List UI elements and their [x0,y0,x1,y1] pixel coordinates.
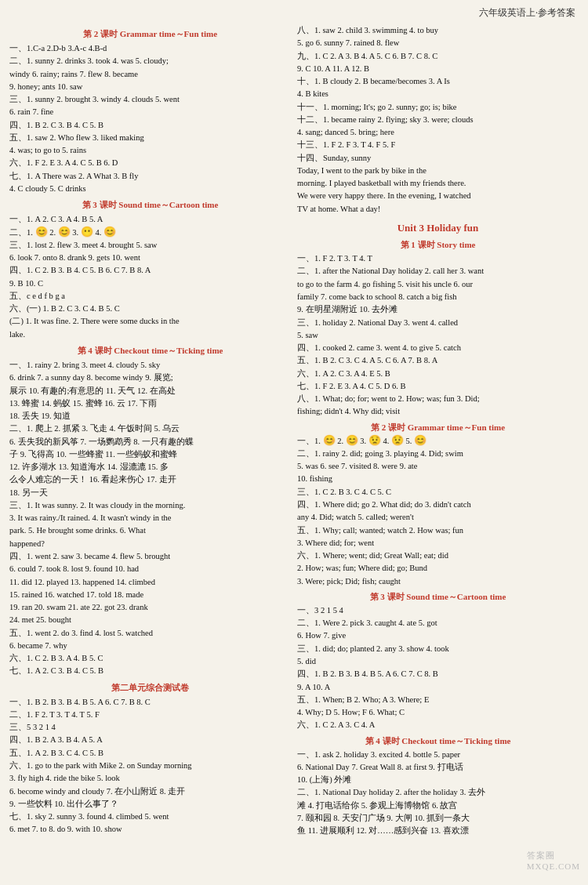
rt-r13: 十三、1. F 2. F 3. T 4. F 5. F [297,139,579,151]
u2t-r6b: 3. fly high 4. ride the bike 5. look [9,772,291,785]
u3l2-r5: 五、1. Why; call; wanted; watch 2. How was… [297,524,579,537]
u3l3-r3b: 5. did [297,655,579,668]
u3l4-r1c: 10. (上海) 外滩 [297,774,579,786]
l4l-r7: 七、1. A 2. C 3. B 4. C 5. B [9,665,291,677]
u3l1-r8: 八、1. What; do; for; went to 2. How; was;… [297,393,579,405]
u3l2-r1: 一、1. 😊 2. 😊 3. 😟 4. 😟 5. 😊 [297,435,579,448]
u3-lesson1-title: 第 1 课时 Story time [297,238,579,252]
l3l-row3b: 6. look 7. onto 8. drank 9. gets 10. wen… [9,252,291,264]
l2-row5: 五、1. saw 2. Who flew 3. liked making [9,132,291,144]
l3l-row6c: lake. [9,328,291,341]
u3l3-r2: 二、1. Were 2. pick 3. caught 4. ate 5. go… [297,617,579,629]
l4l-r2: 二、1. 爬上 2. 抓紧 3. 飞走 4. 午饭时间 5. 乌云 [9,423,291,435]
l4l-r1e: 18. 丢失 19. 知道 [9,410,291,423]
u3l4-r1b: 6. National Day 7. Great Wall 8. at firs… [297,761,579,774]
u2t-r4: 四、1. B 2. A 3. B 4. A 5. A [9,734,291,746]
l4l-r1b: 6. drink 7. a sunny day 8. become windy … [9,372,291,384]
l3l-row1: 一、1. A 2. C 3. A 4. B 5. A [9,213,291,226]
u3l1-r4: 四、1. cooked 2. came 3. went 4. to give 5… [297,342,579,354]
l4l-r4e: 19. ran 20. swam 21. ate 22. got 23. dra… [9,601,291,614]
page-header: 六年级英语上·参考答案 [9,6,579,20]
l3l-row3: 三、1. lost 2. flew 3. meet 4. brought 5. … [9,239,291,252]
rt-r10b: 4. B kites [297,88,579,100]
l4l-r2e: 么令人难忘的一天！ 16. 看起来伤心 17. 走开 [9,473,291,486]
u3-lesson2-title: 第 2 课时 Grammar time～Fun time [297,421,579,434]
u3l1-r3b: 5. saw [297,329,579,342]
l3l-row6: 六、(一) 1. B 2. C 3. C 4. B 5. C [9,303,291,315]
u3l2-r6c: 3. Were; pick; Did; fish; caught [297,575,579,588]
u3l4-r2: 二、1. National Day holiday 2. after the h… [297,786,579,799]
u3l3-r6: 六、1. C 2. A 3. C 4. A [297,719,579,731]
l4l-r4f: 24. met 25. bought [9,614,291,626]
l4l-r4b: 6. could 7. took 8. lost 9. found 10. ha… [9,563,291,575]
u3l2-r6b: 2. How; was; fun; Where did; go; Bund [297,562,579,575]
u3l1-r3: 三、1. holiday 2. National Day 3. went 4. … [297,317,579,329]
u3l1-r2: 二、1. after the National Day holiday 2. c… [297,265,579,277]
u3l3-r3: 三、1. did; do; planted 2. any 3. show 4. … [297,643,579,655]
u3l3-r4b: 9. A 10. A [297,681,579,694]
l4l-r6: 六、1. C 2. B 3. A 4. B 5. C [9,652,291,665]
l2-row2: 二、1. sunny 2. drinks 3. took 4. was 5. c… [9,55,291,67]
u3-lesson1-content: 一、1. F 2. T 3. T 4. T 二、1. after the Nat… [297,252,579,418]
page: 六年级英语上·参考答案 第 2 课时 Grammar time～Fun time… [0,0,588,885]
u2t-r6: 六、1. go to the park with Mike 2. on Sund… [9,760,291,772]
l3l-row4: 四、1. C 2. B 3. B 4. C 5. B 6. C 7. B 8. … [9,264,291,277]
u3l1-r1: 一、1. F 2. T 3. T 4. T [297,252,579,265]
l2-row3: 三、1. sunny 2. brought 3. windy 4. clouds… [9,93,291,106]
l4l-r3d: happened? [9,538,291,550]
left-column: 第 2 课时 Grammar time～Fun time 一、1.C-a 2.D… [9,24,291,839]
u2t-r3: 三、5 3 2 1 4 [9,721,291,734]
u2t-r5: 五、1. A 2. B 3. C 4. C 5. B [9,747,291,760]
l4l-r5b: 6. became 7. why [9,640,291,652]
lesson3-left-content: 一、1. A 2. C 3. A 4. B 5. A 二、1. 😊 2. 😊 3… [9,213,291,341]
l2-row4: 四、1. B 2. C 3. B 4. C 5. B [9,119,291,132]
u3l3-r5: 五、1. When; B 2. Who; A 3. Where; E [297,694,579,706]
rt-r8: 八、1. saw 2. child 3. swimming 4. to buy [297,24,579,37]
lesson3-left-title: 第 3 课时 Sound time～Cartoon time [9,198,291,212]
l4l-r3: 三、1. It was sunny. 2. It was cloudy in t… [9,499,291,512]
u3-lesson2-content: 一、1. 😊 2. 😊 3. 😟 4. 😟 5. 😊 二、1. rainy 2.… [297,435,579,588]
u3l2-r2b: 5. was 6. see 7. visited 8. were 9. ate [297,460,579,473]
lesson4-left-title: 第 4 课时 Checkout time～Ticking time [9,344,291,357]
main-content: 第 2 课时 Grammar time～Fun time 一、1.C-a 2.D… [9,24,579,839]
l2-row5b: 4. was; to go to 5. rains [9,144,291,157]
l4l-r2f: 18. 另一天 [9,487,291,499]
rt-r14: 十四、Sunday, sunny [297,152,579,165]
u3l2-r4b: any 4. Did; watch 5. called; weren't [297,511,579,524]
l2-row3b: 6. rain 7. fine [9,106,291,118]
rt-r9: 九、1. C 2. A 3. B 4. A 5. C 6. B 7. C 8. … [297,50,579,63]
rt-r14d: We were very happy there. In the evening… [297,190,579,202]
u3l4-r2b: 滩 4. 打电话给你 5. 参观上海博物馆 6. 故宫 [297,800,579,812]
u3-lesson4-content: 一、1. ask 2. holiday 3. excited 4. bottle… [297,749,579,838]
l4l-r4: 四、1. went 2. saw 3. became 4. flew 5. br… [9,550,291,563]
rt-r8b: 5. go 6. sunny 7. rained 8. flew [297,37,579,49]
u3l1-r2d: 9. 在明星湖附近 10. 去外滩 [297,303,579,316]
l4l-r2c: 子 9. 飞得高 10. 一些蜂蜜 11. 一些蚂蚁和蜜蜂 [9,448,291,461]
u2t-r7: 七、1. sky 2. sunny 3. found 4. climbed 5.… [9,811,291,823]
u3l3-r5b: 4. Why; D 5. How; F 6. What; C [297,706,579,719]
l2-row2b: windy 6. rainy; rains 7. flew 8. became [9,68,291,81]
u3l2-r6: 六、1. Where; went; did; Great Wall; eat; … [297,549,579,562]
u3l1-r7: 七、1. F 2. E 3. A 4. C 5. D 6. B [297,380,579,393]
l3l-row6b: (二) 1. It was fine. 2. There were some d… [9,315,291,328]
l4l-r3c: park. 5. He brought some drinks. 6. What [9,524,291,537]
l3l-row5: 五、c e d f b g a [9,290,291,303]
u3l3-r2b: 6. How 7. give [297,629,579,642]
u3l2-r3: 三、1. C 2. B 3. C 4. C 5. C [297,486,579,499]
u3l2-r2: 二、1. rainy 2. did; going 3. playing 4. D… [297,448,579,460]
u3l4-r2d: 鱼 11. 进展顺利 12. 对……感到兴奋 13. 喜欢漂 [297,825,579,837]
rt-r12: 十二、1. became rainy 2. flying; sky 3. wer… [297,114,579,126]
u3l1-r2c: family 7. come back to school 8. catch a… [297,291,579,303]
u3l4-r1: 一、1. ask 2. holiday 3. excited 4. bottle… [297,749,579,761]
l4l-r5: 五、1. went 2. do 3. find 4. lost 5. watch… [9,627,291,640]
u3-lesson4-title: 第 4 课时 Checkout time～Ticking time [297,734,579,748]
u2t-r1: 一、1. B 2. B 3. B 4. B 5. A 6. C 7. B 8. … [9,696,291,709]
l4l-r1: 一、1. rainy 2. bring 3. meet 4. cloudy 5.… [9,359,291,372]
right-top-content: 八、1. saw 2. child 3. swimming 4. to buy … [297,24,579,216]
rt-r11: 十一、1. morning; It's; go 2. sunny; go; is… [297,101,579,114]
u2t-r2: 二、1. F 2. T 3. T 4. T 5. F [9,709,291,721]
l4l-r1c: 展示 10. 有趣的;有意思的 11. 天气 12. 在高处 [9,385,291,397]
l4l-r4c: 11. did 12. played 13. happened 14. clim… [9,576,291,589]
right-column: 八、1. saw 2. child 3. swimming 4. to buy … [297,24,579,839]
l4l-r2b: 6. 丢失我的新风筝 7. 一场鹦鹉秀 8. 一只有趣的蝶 [9,436,291,448]
